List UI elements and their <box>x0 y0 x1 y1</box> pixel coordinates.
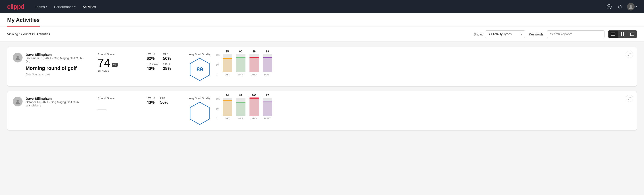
keywords-filter: Keywords: <box>529 30 605 38</box>
viewing-count-text: Viewing 12 out of 29 Activities <box>7 32 470 36</box>
avg-shot-quality-label: Avg Shot Quality <box>189 53 211 56</box>
fw-hit-stat: FW Hit 62% Up/Down43% <box>146 53 158 71</box>
performance-chevron-icon: ▾ <box>74 5 76 8</box>
score-number: 74 <box>98 57 110 68</box>
keywords-label: Keywords: <box>529 32 544 36</box>
card-layout: Dave Billingham October 16, 2021 - Gog M… <box>13 96 631 125</box>
avatar <box>627 3 635 10</box>
nav-performance[interactable]: Performance ▾ <box>54 3 76 10</box>
grid-view-button[interactable] <box>618 30 627 38</box>
svg-point-19 <box>16 100 19 102</box>
filter-bar: Viewing 12 out of 29 Activities Show: Al… <box>0 27 644 42</box>
search-input[interactable] <box>547 30 605 38</box>
navbar: clippd Teams ▾ Performance ▾ Activities <box>0 0 644 14</box>
avatar <box>13 96 22 106</box>
activities-list: Dave Billingham December 05, 2021 - Gog … <box>0 42 644 176</box>
bar-group-ott: 94 OTT <box>223 98 232 120</box>
svg-rect-14 <box>631 35 634 36</box>
nav-activities[interactable]: Activities <box>83 3 96 10</box>
nav-teams[interactable]: Teams ▾ <box>35 3 47 10</box>
hex-score: 89 <box>196 66 203 73</box>
round-score-label: Round Score <box>98 53 138 56</box>
bar-group-putt: 89 PUTT <box>263 54 272 76</box>
view-toggle <box>608 30 637 38</box>
show-label: Show: <box>474 32 483 36</box>
show-filter: Show: All Activity Types Round Practice … <box>474 30 525 38</box>
navbar-right: ▾ <box>606 3 637 10</box>
bar-group-app: 90 APP <box>236 54 246 76</box>
round-score-label: Round Score <box>98 96 138 100</box>
card-left: Dave Billingham December 05, 2021 - Gog … <box>13 53 88 76</box>
refresh-icon[interactable] <box>616 3 624 10</box>
page-header: My Activities <box>0 14 644 27</box>
bar-group-arg: 89 ARG <box>250 54 259 76</box>
stats-section: FW Hit 43% GIR 56% <box>146 96 180 108</box>
activity-type-select[interactable]: All Activity Types Round Practice <box>485 30 525 38</box>
user-chevron-icon: ▾ <box>636 5 637 8</box>
player-name: Dave Billingham <box>26 53 88 56</box>
avatar <box>13 53 22 62</box>
bar-group-app: 83 APP <box>236 98 246 120</box>
shot-quality-section: Avg Shot Quality 89 100 50 0 <box>189 53 631 81</box>
hexagon <box>190 102 210 125</box>
svg-rect-9 <box>621 34 622 36</box>
date-course: December 05, 2021 - Gog Magog Golf Club … <box>26 56 88 63</box>
player-name: Dave Billingham <box>26 96 88 100</box>
svg-rect-6 <box>611 35 615 36</box>
svg-point-16 <box>16 56 19 58</box>
bar-chart: 100 50 0 85 OTT <box>216 54 631 80</box>
svg-rect-10 <box>623 34 624 36</box>
page-title: My Activities <box>7 17 40 26</box>
activity-card: Dave Billingham October 16, 2021 - Gog M… <box>7 91 637 130</box>
date-course: October 16, 2021 - Gog Magog Golf Club -… <box>26 100 88 107</box>
list-detail-view-button[interactable] <box>627 30 637 38</box>
svg-rect-12 <box>631 32 634 33</box>
bar-group-putt: 87 PUTT <box>263 98 272 120</box>
teams-chevron-icon: ▾ <box>46 5 47 8</box>
add-icon[interactable] <box>606 3 613 10</box>
score-section: Round Score 74 +4 18 Holes <box>98 53 138 73</box>
app-logo[interactable]: clippd <box>7 3 24 10</box>
svg-rect-7 <box>621 32 622 34</box>
bar-chart: 100 50 0 94 OTT <box>216 98 631 124</box>
gir-stat: GIR 56% <box>160 96 168 105</box>
activity-title: Morning round of golf <box>26 65 88 71</box>
list-compact-view-button[interactable] <box>608 30 618 38</box>
score-section: Round Score <box>98 96 138 114</box>
user-menu[interactable]: ▾ <box>627 3 637 10</box>
gir-stat: GIR 50% 1 Putt28% <box>163 53 171 71</box>
bar-group-arg: 106 ARG <box>250 98 259 120</box>
fw-hit-stat: FW Hit 43% <box>146 96 155 105</box>
stats-section: FW Hit 62% Up/Down43% GIR 50% 1 Putt28% <box>146 53 180 74</box>
svg-rect-5 <box>611 34 615 34</box>
activity-card: Dave Billingham December 05, 2021 - Gog … <box>7 47 637 86</box>
svg-marker-20 <box>190 102 209 124</box>
score-badge: +4 <box>112 63 118 67</box>
shot-quality-section: Avg Shot Quality 100 50 0 <box>189 96 631 125</box>
activity-type-select-wrapper: All Activity Types Round Practice ▾ <box>485 30 525 38</box>
svg-rect-4 <box>611 32 615 33</box>
avg-shot-quality-label: Avg Shot Quality <box>189 96 211 100</box>
hexagon: 89 <box>190 58 210 81</box>
data-source: Data Source: Arccos <box>26 73 88 76</box>
bar-group-ott: 85 OTT <box>223 54 232 76</box>
score-holes: 18 Holes <box>98 69 138 72</box>
svg-rect-13 <box>631 34 634 34</box>
card-layout: Dave Billingham December 05, 2021 - Gog … <box>13 53 631 81</box>
card-left: Dave Billingham October 16, 2021 - Gog M… <box>13 96 88 109</box>
svg-rect-11 <box>630 32 631 36</box>
svg-rect-8 <box>623 32 624 34</box>
svg-point-3 <box>630 5 632 7</box>
